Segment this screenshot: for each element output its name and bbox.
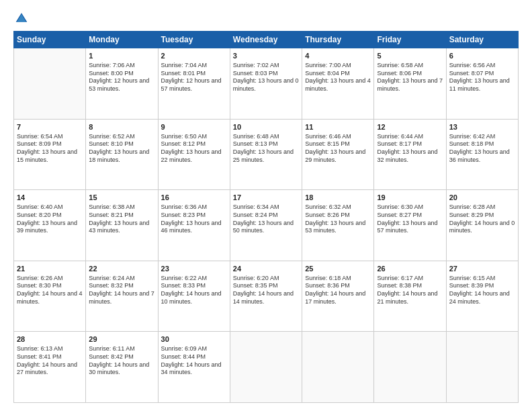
calendar-cell: 1Sunrise: 7:06 AMSunset: 8:00 PMDaylight… xyxy=(86,48,158,120)
calendar-cell: 27Sunrise: 6:15 AMSunset: 8:39 PMDayligh… xyxy=(446,261,518,332)
day-number: 14 xyxy=(17,193,83,203)
calendar-cell: 25Sunrise: 6:18 AMSunset: 8:36 PMDayligh… xyxy=(302,261,374,332)
week-row-1: 7Sunrise: 6:54 AMSunset: 8:09 PMDaylight… xyxy=(14,119,519,190)
calendar-cell: 8Sunrise: 6:52 AMSunset: 8:10 PMDaylight… xyxy=(86,119,158,190)
day-info: Sunrise: 7:04 AMSunset: 8:01 PMDaylight:… xyxy=(161,62,227,93)
calendar-cell: 26Sunrise: 6:17 AMSunset: 8:38 PMDayligh… xyxy=(374,261,446,332)
week-row-2: 14Sunrise: 6:40 AMSunset: 8:20 PMDayligh… xyxy=(14,190,519,261)
day-number: 18 xyxy=(305,193,371,203)
day-number: 27 xyxy=(449,264,515,274)
calendar-cell: 9Sunrise: 6:50 AMSunset: 8:12 PMDaylight… xyxy=(158,119,230,190)
weekday-header-sunday: Sunday xyxy=(14,32,86,48)
day-info: Sunrise: 6:13 AMSunset: 8:41 PMDaylight:… xyxy=(17,345,83,377)
day-info: Sunrise: 7:00 AMSunset: 8:04 PMDaylight:… xyxy=(305,62,371,93)
day-info: Sunrise: 6:26 AMSunset: 8:30 PMDaylight:… xyxy=(17,275,83,306)
logo-text xyxy=(13,11,28,24)
calendar-cell: 21Sunrise: 6:26 AMSunset: 8:30 PMDayligh… xyxy=(14,261,86,332)
day-number: 21 xyxy=(17,264,83,274)
calendar-cell: 6Sunrise: 6:56 AMSunset: 8:07 PMDaylight… xyxy=(446,48,518,120)
day-number: 3 xyxy=(233,51,299,61)
calendar-cell: 12Sunrise: 6:44 AMSunset: 8:17 PMDayligh… xyxy=(374,119,446,190)
day-number: 26 xyxy=(377,264,443,274)
day-number: 10 xyxy=(233,122,299,132)
day-number: 20 xyxy=(449,193,515,203)
day-info: Sunrise: 6:28 AMSunset: 8:29 PMDaylight:… xyxy=(449,203,515,235)
day-number: 23 xyxy=(161,264,227,274)
calendar-cell: 24Sunrise: 6:20 AMSunset: 8:35 PMDayligh… xyxy=(230,261,302,332)
weekday-header-wednesday: Wednesday xyxy=(230,32,302,48)
day-number: 16 xyxy=(161,193,227,203)
day-number: 7 xyxy=(17,122,83,132)
day-info: Sunrise: 6:52 AMSunset: 8:10 PMDaylight:… xyxy=(89,133,154,165)
calendar-cell: 29Sunrise: 6:11 AMSunset: 8:42 PMDayligh… xyxy=(86,332,158,403)
calendar-cell: 17Sunrise: 6:34 AMSunset: 8:24 PMDayligh… xyxy=(230,190,302,261)
day-info: Sunrise: 6:34 AMSunset: 8:24 PMDaylight:… xyxy=(233,203,299,235)
day-info: Sunrise: 6:58 AMSunset: 8:06 PMDaylight:… xyxy=(377,62,443,93)
day-info: Sunrise: 6:15 AMSunset: 8:39 PMDaylight:… xyxy=(449,275,515,306)
page: SundayMondayTuesdayWednesdayThursdayFrid… xyxy=(0,0,532,411)
calendar-cell: 7Sunrise: 6:54 AMSunset: 8:09 PMDaylight… xyxy=(14,119,86,190)
day-info: Sunrise: 6:32 AMSunset: 8:26 PMDaylight:… xyxy=(305,203,371,235)
weekday-header-saturday: Saturday xyxy=(446,32,518,48)
day-number: 22 xyxy=(89,264,154,274)
calendar-cell: 2Sunrise: 7:04 AMSunset: 8:01 PMDaylight… xyxy=(158,48,230,120)
calendar-cell: 20Sunrise: 6:28 AMSunset: 8:29 PMDayligh… xyxy=(446,190,518,261)
day-number: 12 xyxy=(377,122,443,132)
day-number: 5 xyxy=(377,51,443,61)
day-info: Sunrise: 6:30 AMSunset: 8:27 PMDaylight:… xyxy=(377,203,443,235)
calendar-cell: 16Sunrise: 6:36 AMSunset: 8:23 PMDayligh… xyxy=(158,190,230,261)
calendar-cell xyxy=(302,332,374,403)
day-info: Sunrise: 6:40 AMSunset: 8:20 PMDaylight:… xyxy=(17,203,83,235)
day-info: Sunrise: 6:20 AMSunset: 8:35 PMDaylight:… xyxy=(233,275,299,306)
day-info: Sunrise: 6:50 AMSunset: 8:12 PMDaylight:… xyxy=(161,133,227,165)
calendar-cell: 19Sunrise: 6:30 AMSunset: 8:27 PMDayligh… xyxy=(374,190,446,261)
calendar-cell: 23Sunrise: 6:22 AMSunset: 8:33 PMDayligh… xyxy=(158,261,230,332)
day-info: Sunrise: 6:42 AMSunset: 8:18 PMDaylight:… xyxy=(449,133,515,165)
day-info: Sunrise: 7:02 AMSunset: 8:03 PMDaylight:… xyxy=(233,62,299,93)
calendar-cell xyxy=(374,332,446,403)
day-number: 4 xyxy=(305,51,371,61)
calendar-cell: 11Sunrise: 6:46 AMSunset: 8:15 PMDayligh… xyxy=(302,119,374,190)
weekday-header-row: SundayMondayTuesdayWednesdayThursdayFrid… xyxy=(14,32,519,48)
calendar-cell: 4Sunrise: 7:00 AMSunset: 8:04 PMDaylight… xyxy=(302,48,374,120)
day-info: Sunrise: 6:22 AMSunset: 8:33 PMDaylight:… xyxy=(161,275,227,306)
week-row-3: 21Sunrise: 6:26 AMSunset: 8:30 PMDayligh… xyxy=(14,261,519,332)
calendar-cell: 5Sunrise: 6:58 AMSunset: 8:06 PMDaylight… xyxy=(374,48,446,120)
calendar-cell: 14Sunrise: 6:40 AMSunset: 8:20 PMDayligh… xyxy=(14,190,86,261)
calendar-cell: 15Sunrise: 6:38 AMSunset: 8:21 PMDayligh… xyxy=(86,190,158,261)
day-info: Sunrise: 6:09 AMSunset: 8:44 PMDaylight:… xyxy=(161,345,227,377)
day-number: 11 xyxy=(305,122,371,132)
day-info: Sunrise: 6:17 AMSunset: 8:38 PMDaylight:… xyxy=(377,275,443,306)
calendar-cell xyxy=(230,332,302,403)
calendar-cell: 3Sunrise: 7:02 AMSunset: 8:03 PMDaylight… xyxy=(230,48,302,120)
day-info: Sunrise: 6:56 AMSunset: 8:07 PMDaylight:… xyxy=(449,62,515,93)
day-number: 2 xyxy=(161,51,227,61)
calendar-cell: 10Sunrise: 6:48 AMSunset: 8:13 PMDayligh… xyxy=(230,119,302,190)
day-number: 17 xyxy=(233,193,299,203)
day-number: 8 xyxy=(89,122,154,132)
day-number: 29 xyxy=(89,334,154,345)
week-row-4: 28Sunrise: 6:13 AMSunset: 8:41 PMDayligh… xyxy=(14,332,519,403)
weekday-header-tuesday: Tuesday xyxy=(158,32,230,48)
weekday-header-thursday: Thursday xyxy=(302,32,374,48)
day-number: 30 xyxy=(161,334,227,345)
calendar-table: SundayMondayTuesdayWednesdayThursdayFrid… xyxy=(13,31,519,403)
day-info: Sunrise: 6:11 AMSunset: 8:42 PMDaylight:… xyxy=(89,345,154,377)
day-number: 28 xyxy=(17,334,83,345)
day-number: 9 xyxy=(161,122,227,132)
day-number: 24 xyxy=(233,264,299,274)
day-info: Sunrise: 6:24 AMSunset: 8:32 PMDaylight:… xyxy=(89,275,154,306)
weekday-header-monday: Monday xyxy=(86,32,158,48)
day-number: 6 xyxy=(449,51,515,61)
weekday-header-friday: Friday xyxy=(374,32,446,48)
day-number: 1 xyxy=(89,51,154,61)
calendar-cell: 18Sunrise: 6:32 AMSunset: 8:26 PMDayligh… xyxy=(302,190,374,261)
day-info: Sunrise: 7:06 AMSunset: 8:00 PMDaylight:… xyxy=(89,62,154,93)
day-number: 25 xyxy=(305,264,371,274)
day-number: 19 xyxy=(377,193,443,203)
day-number: 13 xyxy=(449,122,515,132)
day-info: Sunrise: 6:44 AMSunset: 8:17 PMDaylight:… xyxy=(377,133,443,165)
day-info: Sunrise: 6:46 AMSunset: 8:15 PMDaylight:… xyxy=(305,133,371,165)
day-number: 15 xyxy=(89,193,154,203)
calendar-cell: 30Sunrise: 6:09 AMSunset: 8:44 PMDayligh… xyxy=(158,332,230,403)
